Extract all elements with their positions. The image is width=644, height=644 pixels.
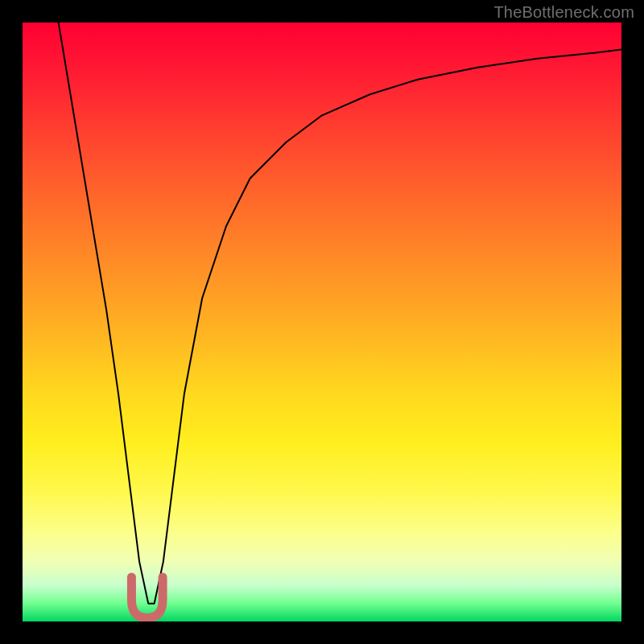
chart-frame: TheBottleneck.com — [0, 0, 644, 644]
curve-layer — [23, 23, 621, 621]
bottleneck-curve — [59, 23, 621, 604]
plot-area — [23, 23, 621, 621]
watermark-text: TheBottleneck.com — [493, 3, 634, 22]
